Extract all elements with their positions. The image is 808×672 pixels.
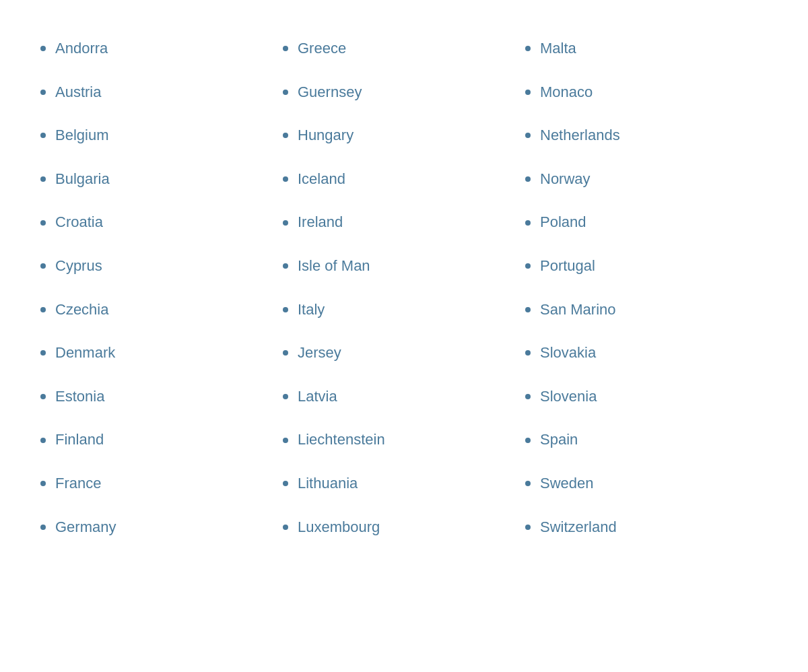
column-1: AndorraAustriaBelgiumBulgariaCroatiaCypr… [40, 27, 283, 549]
list-item: Denmark [40, 331, 283, 375]
bullet-icon [283, 394, 288, 399]
list-item: Belgium [40, 114, 283, 158]
bullet-icon [525, 438, 531, 443]
list-item: Latvia [283, 375, 525, 419]
country-name: Slovakia [540, 343, 596, 363]
country-name: Norway [540, 170, 591, 189]
bullet-icon [40, 438, 46, 443]
list-item: Ireland [283, 201, 525, 244]
list-item: Austria [40, 71, 283, 114]
list-item: Iceland [283, 158, 525, 201]
country-name: Hungary [298, 126, 354, 145]
list-item: Slovakia [525, 331, 768, 375]
list-item: Croatia [40, 201, 283, 244]
country-name: Netherlands [540, 126, 620, 145]
list-item: Bulgaria [40, 158, 283, 201]
list-item: Lithuania [283, 462, 525, 506]
list-item: Spain [525, 418, 768, 462]
country-name: Iceland [298, 170, 345, 189]
country-name: Andorra [55, 39, 108, 59]
list-item: Finland [40, 418, 283, 462]
bullet-icon [525, 90, 531, 95]
country-name: Denmark [55, 343, 115, 363]
column-2: GreeceGuernseyHungaryIcelandIrelandIsle … [283, 27, 525, 549]
country-name: Greece [298, 39, 346, 59]
list-item: Italy [283, 288, 525, 332]
bullet-icon [40, 90, 46, 95]
country-name: Latvia [298, 387, 337, 407]
country-name: Luxembourg [298, 518, 380, 537]
list-item: Andorra [40, 27, 283, 71]
list-item: Germany [40, 506, 283, 549]
bullet-icon [40, 481, 46, 486]
list-item: Monaco [525, 71, 768, 114]
country-name: Cyprus [55, 257, 102, 276]
bullet-icon [283, 90, 288, 95]
bullet-icon [525, 481, 531, 486]
bullet-icon [283, 438, 288, 443]
country-name: Jersey [298, 343, 341, 363]
list-item: Greece [283, 27, 525, 71]
country-name: San Marino [540, 300, 616, 320]
list-item: Liechtenstein [283, 418, 525, 462]
country-name: Italy [298, 300, 325, 320]
country-name: Belgium [55, 126, 108, 145]
country-name: Poland [540, 213, 586, 232]
country-name: Spain [540, 430, 578, 450]
country-name: Finland [55, 430, 104, 450]
country-name: Monaco [540, 83, 593, 102]
list-item: Cyprus [40, 244, 283, 288]
bullet-icon [283, 525, 288, 530]
bullet-icon [525, 220, 531, 226]
bullet-icon [283, 481, 288, 486]
bullet-icon [525, 263, 531, 269]
country-name: Croatia [55, 213, 103, 232]
country-name: Bulgaria [55, 170, 110, 189]
bullet-icon [525, 525, 531, 530]
list-item: San Marino [525, 288, 768, 332]
country-name: Germany [55, 518, 116, 537]
bullet-icon [40, 307, 46, 312]
list-item: Luxembourg [283, 506, 525, 549]
bullet-icon [40, 350, 46, 356]
list-item: Slovenia [525, 375, 768, 419]
country-name: France [55, 474, 101, 494]
bullet-icon [40, 263, 46, 269]
list-item: Jersey [283, 331, 525, 375]
country-name: Czechia [55, 300, 108, 320]
bullet-icon [525, 46, 531, 51]
list-item: Poland [525, 201, 768, 244]
bullet-icon [283, 263, 288, 269]
list-item: Isle of Man [283, 244, 525, 288]
list-item: Switzerland [525, 506, 768, 549]
list-item: Hungary [283, 114, 525, 158]
country-list: AndorraAustriaBelgiumBulgariaCroatiaCypr… [40, 27, 768, 549]
country-name: Sweden [540, 474, 594, 494]
bullet-icon [283, 220, 288, 226]
bullet-icon [283, 133, 288, 138]
country-name: Estonia [55, 387, 104, 407]
bullet-icon [525, 350, 531, 356]
list-item: Norway [525, 158, 768, 201]
bullet-icon [40, 525, 46, 530]
bullet-icon [283, 350, 288, 356]
bullet-icon [283, 307, 288, 312]
bullet-icon [283, 46, 288, 51]
bullet-icon [40, 176, 46, 182]
country-name: Ireland [298, 213, 343, 232]
bullet-icon [40, 133, 46, 138]
country-name: Liechtenstein [298, 430, 385, 450]
country-name: Guernsey [298, 83, 362, 102]
bullet-icon [525, 133, 531, 138]
list-item: Guernsey [283, 71, 525, 114]
country-name: Switzerland [540, 518, 617, 537]
country-name: Lithuania [298, 474, 358, 494]
country-name: Portugal [540, 257, 595, 276]
list-item: Sweden [525, 462, 768, 506]
list-item: France [40, 462, 283, 506]
country-name: Malta [540, 39, 576, 59]
bullet-icon [525, 307, 531, 312]
country-name: Isle of Man [298, 257, 370, 276]
bullet-icon [525, 176, 531, 182]
column-3: MaltaMonacoNetherlandsNorwayPolandPortug… [525, 27, 768, 549]
